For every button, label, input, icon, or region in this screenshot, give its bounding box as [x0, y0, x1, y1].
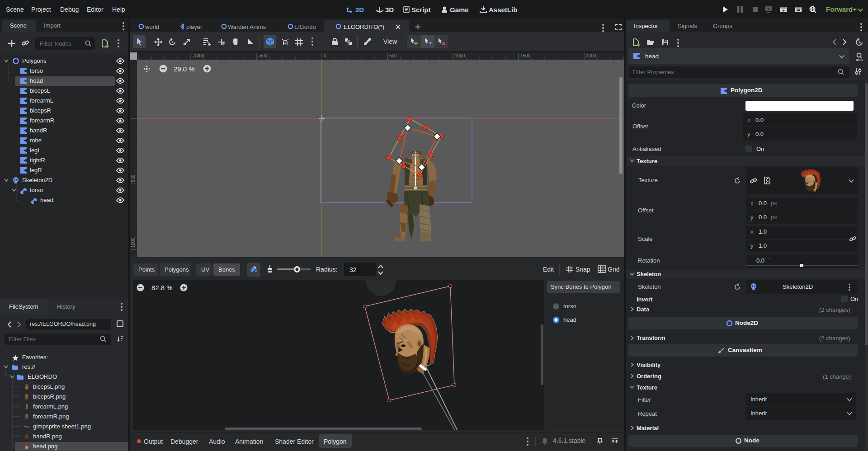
svg-text:500: 500 [131, 174, 136, 182]
svg-text:1000: 1000 [455, 53, 465, 58]
svg-text:-1000: -1000 [193, 53, 204, 58]
svg-text:2000: 2000 [586, 53, 596, 58]
svg-text:DOC: DOC [856, 58, 863, 61]
svg-text:1500: 1500 [520, 53, 531, 58]
svg-text:0: 0 [324, 53, 326, 58]
svg-text:-500: -500 [258, 53, 267, 58]
svg-text:1000: 1000 [131, 237, 136, 248]
svg-text:500: 500 [389, 53, 397, 58]
